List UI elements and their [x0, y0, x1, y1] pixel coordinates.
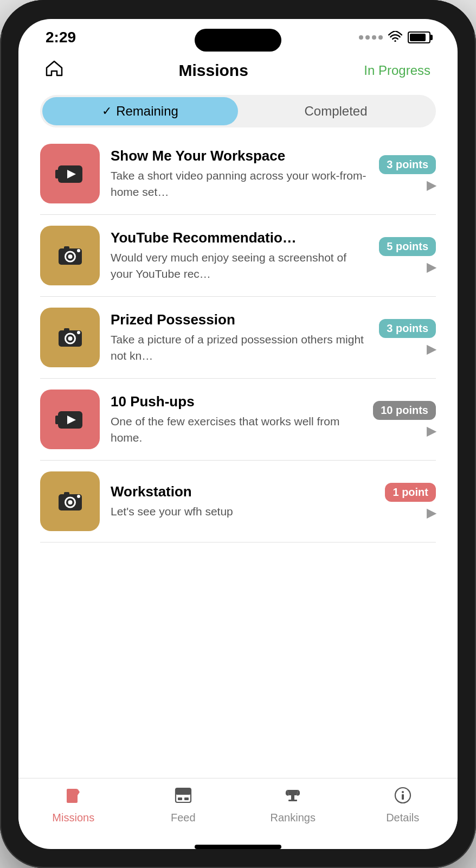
mission-content-4: 10 Push-ups One of the few exercises tha… — [111, 393, 362, 445]
mission-desc-4: One of the few exercises that works well… — [111, 413, 362, 445]
mission-content-1: Show Me Your Workspace Take a short vide… — [111, 148, 368, 200]
svg-rect-13 — [64, 328, 69, 331]
rankings-tab-icon — [284, 787, 301, 808]
mission-item-2[interactable]: YouTube Recommendatio… Would very much e… — [40, 215, 436, 297]
points-badge-2: 5 points — [379, 237, 436, 256]
svg-rect-29 — [288, 800, 297, 801]
feed-tab-icon — [175, 787, 192, 808]
mission-item-3[interactable]: Prized Possession Take a picture of a pr… — [40, 297, 436, 379]
mission-title-4: 10 Push-ups — [111, 393, 362, 410]
points-badge-3: 3 points — [379, 319, 436, 338]
svg-point-11 — [68, 336, 72, 341]
points-badge-5: 1 point — [385, 483, 436, 502]
bottom-tab-bar: Missions Feed — [18, 778, 458, 840]
mission-item-1[interactable]: Show Me Your Workspace Take a short vide… — [40, 133, 436, 215]
mission-title-5: Workstation — [111, 483, 374, 500]
svg-rect-8 — [64, 246, 69, 250]
signal-icon — [359, 35, 383, 40]
svg-point-20 — [77, 495, 80, 498]
svg-point-6 — [68, 254, 72, 259]
signal-dot-1 — [359, 35, 363, 40]
chevron-right-4: ▶ — [427, 424, 436, 438]
mission-icon-2 — [40, 226, 100, 285]
svg-point-19 — [68, 500, 72, 505]
nav-bar: Missions In Progress — [18, 52, 458, 90]
mission-desc-1: Take a short video panning across your w… — [111, 168, 368, 200]
details-tab-label: Details — [386, 812, 419, 824]
svg-rect-32 — [402, 794, 404, 800]
mission-desc-2: Would very much enjoy seeing a screensho… — [111, 250, 368, 282]
feed-tab-label: Feed — [171, 812, 196, 824]
tab-remaining[interactable]: ✓ Remaining — [42, 97, 238, 125]
tab-switcher: ✓ Remaining Completed — [40, 95, 436, 127]
mission-right-3: 3 points ▶ — [379, 319, 436, 356]
svg-rect-26 — [178, 797, 182, 800]
svg-rect-22 — [67, 789, 78, 803]
home-bar — [195, 845, 281, 849]
svg-rect-28 — [291, 795, 294, 800]
svg-point-31 — [402, 791, 404, 793]
tab-remaining-label: Remaining — [116, 104, 178, 119]
chevron-right-2: ▶ — [427, 260, 436, 275]
svg-point-7 — [77, 249, 80, 252]
wifi-icon — [388, 31, 402, 44]
signal-dot-2 — [365, 35, 370, 40]
mission-right-5: 1 point ▶ — [385, 483, 436, 520]
mission-title-3: Prized Possession — [111, 311, 368, 328]
svg-point-0 — [394, 40, 396, 42]
svg-rect-3 — [55, 170, 60, 178]
battery-icon — [408, 31, 430, 43]
chevron-right-1: ▶ — [427, 178, 436, 193]
mission-title-2: YouTube Recommendatio… — [111, 229, 368, 246]
mission-right-1: 3 points ▶ — [379, 155, 436, 193]
details-tab-icon — [394, 787, 411, 808]
signal-dot-4 — [378, 35, 383, 40]
rankings-tab-label: Rankings — [271, 812, 316, 824]
mission-content-5: Workstation Let's see your wfh setup — [111, 483, 374, 519]
missions-tab-label: Missions — [52, 812, 94, 824]
home-icon[interactable] — [46, 60, 63, 81]
svg-marker-23 — [78, 789, 80, 795]
mission-right-2: 5 points ▶ — [379, 237, 436, 275]
mission-content-3: Prized Possession Take a picture of a pr… — [111, 311, 368, 363]
mission-icon-1 — [40, 144, 100, 203]
status-icons — [359, 31, 430, 44]
tab-completed-label: Completed — [304, 104, 367, 119]
mission-list: Show Me Your Workspace Take a short vide… — [18, 133, 458, 778]
phone-frame: 2:29 — [0, 0, 476, 868]
screen: 2:29 — [18, 19, 458, 849]
tab-rankings[interactable]: Rankings — [238, 787, 348, 824]
svg-rect-21 — [64, 492, 69, 495]
mission-desc-3: Take a picture of a prized possession ot… — [111, 331, 368, 363]
mission-right-4: 10 points ▶ — [373, 401, 436, 438]
mission-item-4[interactable]: 10 Push-ups One of the few exercises tha… — [40, 379, 436, 461]
nav-status-badge: In Progress — [364, 63, 430, 78]
signal-dot-3 — [372, 35, 376, 40]
mission-content-2: YouTube Recommendatio… Would very much e… — [111, 229, 368, 282]
chevron-right-3: ▶ — [427, 342, 436, 356]
missions-tab-icon — [65, 787, 82, 808]
tab-details[interactable]: Details — [348, 787, 458, 824]
mission-desc-5: Let's see your wfh setup — [111, 503, 374, 519]
status-time: 2:29 — [46, 29, 76, 46]
svg-rect-25 — [176, 788, 191, 795]
mission-title-1: Show Me Your Workspace — [111, 148, 368, 164]
points-badge-1: 3 points — [379, 155, 436, 174]
points-badge-4: 10 points — [373, 401, 436, 420]
mission-icon-4 — [40, 390, 100, 449]
tab-feed[interactable]: Feed — [128, 787, 239, 824]
chevron-right-5: ▶ — [427, 506, 436, 520]
check-icon: ✓ — [102, 104, 112, 118]
tab-missions[interactable]: Missions — [18, 787, 128, 824]
mission-icon-5 — [40, 471, 100, 531]
mission-icon-3 — [40, 308, 100, 367]
page-title: Missions — [178, 61, 248, 80]
svg-rect-27 — [184, 797, 189, 800]
svg-point-12 — [77, 331, 80, 334]
svg-rect-16 — [55, 416, 60, 424]
dynamic-island — [195, 29, 281, 52]
battery-fill — [410, 34, 426, 41]
mission-item-5[interactable]: Workstation Let's see your wfh setup 1 p… — [40, 461, 436, 542]
tab-completed[interactable]: Completed — [238, 97, 434, 125]
